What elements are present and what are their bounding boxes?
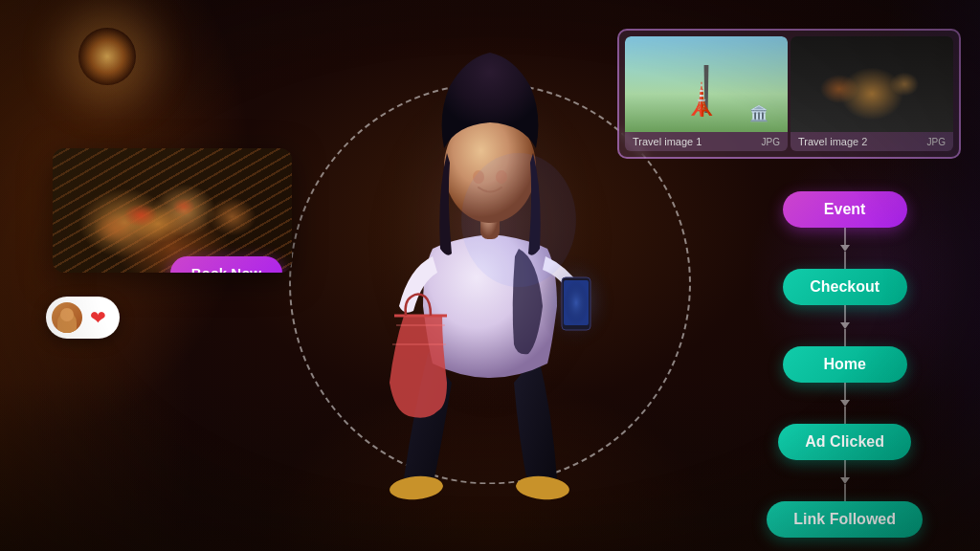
like-badge: ❤ (46, 297, 120, 339)
arrow-3 (840, 400, 850, 407)
svg-point-1 (389, 474, 444, 502)
event-node-checkout: Checkout (783, 269, 907, 305)
connector-1 (844, 228, 846, 245)
arrow-2 (840, 322, 850, 329)
svg-point-2 (515, 474, 570, 502)
arrow-4 (840, 477, 850, 484)
person-figure (241, 0, 739, 551)
event-node-ad-clicked: Ad Clicked (778, 424, 911, 460)
travel-image-2: Travel image 2 JPG (791, 36, 953, 151)
connector-2 (844, 305, 846, 322)
event-node-event: Event (783, 191, 907, 228)
heart-icon: ❤ (90, 306, 106, 329)
connector-4 (844, 460, 846, 477)
connector-2b (844, 329, 846, 346)
connector-1b (844, 252, 846, 269)
connector-4b (844, 484, 846, 501)
arrow-1 (840, 245, 850, 252)
svg-point-11 (461, 153, 576, 287)
book-now-button[interactable]: Book Now (170, 256, 282, 273)
travel-image-2-visual (791, 36, 953, 132)
food-accent (72, 172, 244, 258)
avatar (52, 302, 82, 333)
landmark-icon: 🏛️ (749, 104, 768, 122)
event-node-link-followed: Link Followed (767, 501, 923, 538)
connector-3b (844, 407, 846, 424)
connector-3 (844, 383, 846, 400)
event-flow: Event Checkout Home Ad Clicked Link Foll… (767, 191, 923, 538)
travel-image-2-label: Travel image 2 JPG (791, 132, 953, 151)
content-layer: Book Now ❤ 🏛️ Travel image 1 JPG Travel … (0, 0, 980, 551)
event-node-home: Home (783, 346, 907, 383)
svg-rect-6 (564, 280, 589, 325)
